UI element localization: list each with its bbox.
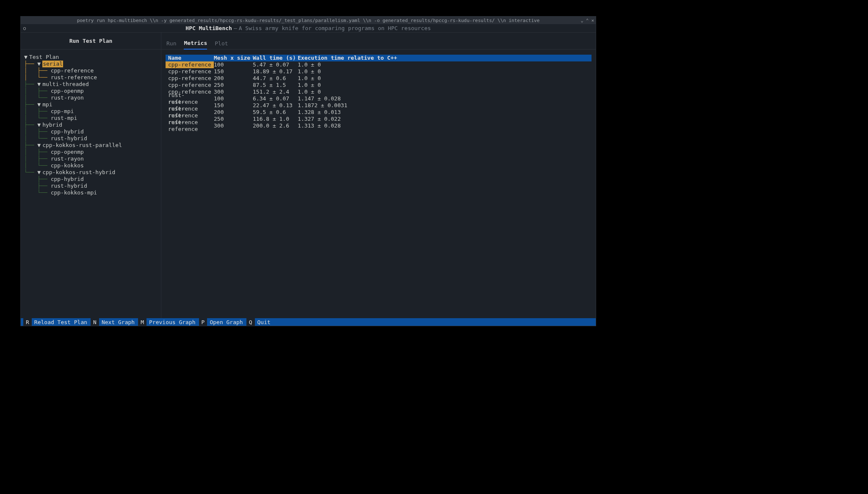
tab-metrics[interactable]: Metrics <box>184 40 207 50</box>
shortcut-key[interactable]: Q <box>246 318 255 326</box>
table-row[interactable]: rust-reference15022.47 ± 0.131.1872 ± 0.… <box>166 102 592 109</box>
tab-bar: RunMetricsPlot <box>161 33 596 50</box>
table-cell: cpp-reference <box>166 75 214 82</box>
table-cell: 6.34 ± 0.07 <box>253 95 298 102</box>
tree-item[interactable]: ├── ▼cpp-kokkos-rust-parallel <box>24 142 158 149</box>
tree-branch-icon: │ ├── <box>24 108 51 115</box>
table-row[interactable]: cpp-reference20044.7 ± 0.61.0 ± 0 <box>166 75 592 82</box>
table-cell: 200 <box>214 75 253 82</box>
tree-item[interactable]: ▼Test Plan <box>24 54 158 61</box>
tree-item[interactable]: │ ├── cpp-mpi <box>24 108 158 115</box>
col-exec: Execution time relative to C++ <box>298 55 592 61</box>
tree-branch-icon: ├── <box>24 142 37 149</box>
shortcut-label: Reload Test Plan <box>32 319 91 325</box>
tree-item[interactable]: └── ▼cpp-kokkos-rust-hybrid <box>24 169 158 176</box>
tree-branch-icon: ├── <box>24 61 37 67</box>
tree-branch-icon: │ └── <box>24 94 51 101</box>
tree-branch-icon: │ └── <box>24 74 51 81</box>
app-title: HPC MultiBench <box>185 25 232 31</box>
tree-item-label: rust-hybrid <box>51 135 87 142</box>
tree-branch-icon: ├── <box>24 183 51 189</box>
tree-item[interactable]: ├── ▼mpi <box>24 101 158 108</box>
shortcut-key[interactable]: N <box>91 318 99 326</box>
col-wall: Wall time (s) <box>253 55 298 61</box>
table-cell: rust-reference <box>166 119 214 133</box>
table-cell: 87.5 ± 1.5 <box>253 82 298 89</box>
tree-branch-icon: └── <box>24 169 37 176</box>
tree-item[interactable]: │ ├── cpp-openmp <box>24 149 158 155</box>
window-controls: ⌄ ⌃ × <box>581 18 594 23</box>
table-row[interactable]: rust-reference20059.5 ± 0.61.328 ± 0.013 <box>166 109 592 116</box>
tree-item[interactable]: ├── ▼multi-threaded <box>24 81 158 88</box>
tree-item[interactable]: ├── cpp-hybrid <box>24 176 158 183</box>
table-cell: 250 <box>214 116 253 122</box>
tree-item[interactable]: └── cpp-kokkos-mpi <box>24 189 158 196</box>
shortcut-key[interactable]: M <box>138 318 147 326</box>
tree-item-label: cpp-reference <box>51 67 94 74</box>
app-window: poetry run hpc-multibench \\n -y generat… <box>20 16 596 326</box>
chevron-down-icon[interactable]: ▼ <box>37 61 41 67</box>
tree-branch-icon: ├── <box>24 176 51 183</box>
tree-item[interactable]: ├── ▼hybrid <box>24 122 158 128</box>
tree-branch-icon: │ └── <box>24 135 51 142</box>
minimize-icon[interactable]: ⌄ <box>581 18 583 23</box>
tree-item-label: Test Plan <box>29 54 59 61</box>
shortcut-key[interactable]: P <box>199 318 207 326</box>
tree-item[interactable]: ├── rust-hybrid <box>24 183 158 189</box>
chevron-down-icon[interactable]: ▼ <box>37 142 41 149</box>
tree-item-label: cpp-kokkos-rust-hybrid <box>42 169 115 176</box>
shortcut-label: Quit <box>255 319 274 325</box>
col-name: Name <box>166 55 214 61</box>
table-cell: 250 <box>214 82 253 89</box>
tree-item[interactable]: │ └── rust-mpi <box>24 115 158 122</box>
table-cell: 100 <box>214 95 253 102</box>
tree-item[interactable]: │ ├── cpp-openmp <box>24 88 158 94</box>
tree-item-label: cpp-openmp <box>51 88 84 94</box>
tree-item[interactable]: ├── ▼serial <box>24 61 158 67</box>
tree-item[interactable]: │ └── cpp-kokkos <box>24 162 158 169</box>
table-cell: 22.47 ± 0.13 <box>253 102 298 109</box>
chevron-down-icon[interactable]: ▼ <box>37 101 41 108</box>
tree-item-label: multi-threaded <box>42 81 89 88</box>
chevron-down-icon[interactable]: ▼ <box>37 169 41 176</box>
table-row[interactable]: cpp-reference25087.5 ± 1.51.0 ± 0 <box>166 82 592 89</box>
table-cell: 1.0 ± 0 <box>298 89 592 95</box>
tree-item[interactable]: │ └── rust-hybrid <box>24 135 158 142</box>
chevron-down-icon[interactable]: ▼ <box>37 122 41 128</box>
table-cell: 5.47 ± 0.07 <box>253 61 298 68</box>
metrics-table: Name Mesh x size Wall time (s) Execution… <box>161 50 596 129</box>
tree-branch-icon: │ ├── <box>24 128 51 135</box>
tree-item[interactable]: │ └── rust-rayon <box>24 94 158 101</box>
table-row[interactable]: cpp-reference300151.2 ± 2.41.0 ± 0 <box>166 89 592 95</box>
shortcut-label: Previous Graph <box>147 319 199 325</box>
chevron-down-icon[interactable]: ▼ <box>37 81 41 88</box>
shortcut-key[interactable]: R <box>23 318 32 326</box>
table-row[interactable]: cpp-reference15018.89 ± 0.171.0 ± 0 <box>166 68 592 75</box>
close-icon[interactable]: × <box>591 18 594 23</box>
table-cell: 1.0 ± 0 <box>298 61 592 68</box>
tree-branch-icon: │ ├── <box>24 88 51 94</box>
table-cell: 1.0 ± 0 <box>298 75 592 82</box>
tree-item[interactable]: │ ├── rust-rayon <box>24 155 158 162</box>
table-cell: 200.0 ± 2.6 <box>253 122 298 129</box>
col-mesh: Mesh x size <box>214 55 253 61</box>
tree-item[interactable]: │ ├── cpp-hybrid <box>24 128 158 135</box>
tab-run[interactable]: Run <box>166 40 176 49</box>
tree-branch-icon: │ ├── <box>24 67 51 74</box>
tab-plot[interactable]: Plot <box>215 40 228 49</box>
table-row[interactable]: rust-reference250116.8 ± 1.01.327 ± 0.02… <box>166 116 592 122</box>
table-body: cpp-reference1005.47 ± 0.071.0 ± 0cpp-re… <box>166 61 592 129</box>
table-row[interactable]: rust-reference300200.0 ± 2.61.313 ± 0.02… <box>166 122 592 129</box>
tree-item-label: cpp-kokkos <box>51 162 84 169</box>
tree-branch-icon: ├── <box>24 81 37 88</box>
tree-branch-icon: ├── <box>24 122 37 128</box>
tree-item[interactable]: │ └── rust-reference <box>24 74 158 81</box>
tree-item-label: rust-hybrid <box>51 183 87 189</box>
table-row[interactable]: cpp-reference1005.47 ± 0.071.0 ± 0 <box>166 61 592 68</box>
table-row[interactable]: rust-reference1006.34 ± 0.071.147 ± 0.02… <box>166 95 592 102</box>
test-plan-tree[interactable]: ▼Test Plan├── ▼serial│ ├── cpp-reference… <box>21 50 161 200</box>
chevron-down-icon[interactable]: ▼ <box>24 54 28 61</box>
maximize-icon[interactable]: ⌃ <box>586 18 589 23</box>
tree-item[interactable]: │ ├── cpp-reference <box>24 67 158 74</box>
tree-item-label: cpp-mpi <box>51 108 74 115</box>
